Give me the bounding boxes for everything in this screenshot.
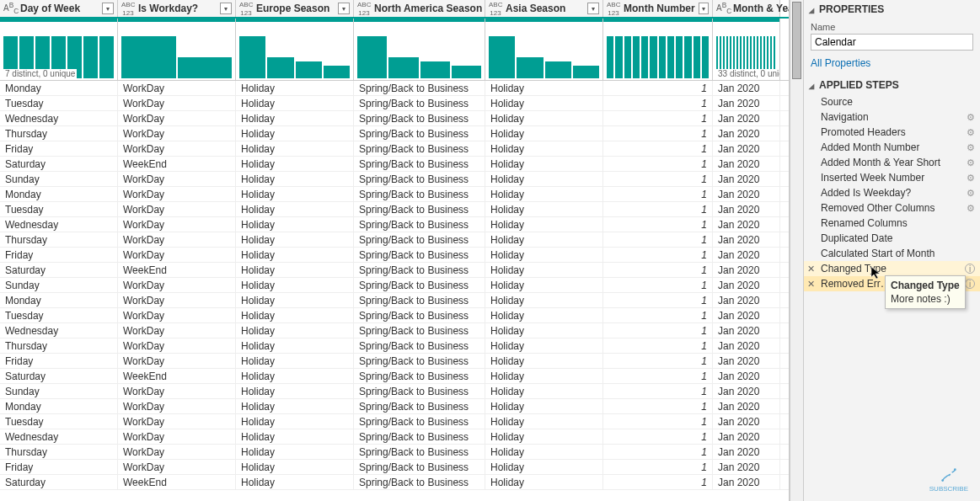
table-row[interactable]: FridayWorkDayHolidaySpring/Back to Busin… [0, 248, 789, 263]
table-row[interactable]: WednesdayWorkDayHolidaySpring/Back to Bu… [0, 217, 789, 232]
applied-step[interactable]: ✕Duplicated Date [804, 231, 980, 246]
column-header[interactable]: ABC123Asia Season▾ [485, 0, 603, 17]
table-row[interactable]: MondayWorkDayHolidaySpring/Back to Busin… [0, 293, 789, 308]
table-cell: WeekEnd [118, 263, 236, 277]
table-cell: Monday [0, 187, 118, 201]
table-row[interactable]: TuesdayWorkDayHolidaySpring/Back to Busi… [0, 202, 789, 217]
applied-step[interactable]: ✕Renamed Columns [804, 216, 980, 231]
column-distribution[interactable] [236, 22, 354, 80]
gear-icon[interactable]: ⚙ [967, 203, 975, 214]
table-cell: Spring/Back to Business [354, 126, 485, 141]
datatype-icon[interactable]: ABC [716, 2, 730, 15]
table-row[interactable]: WednesdayWorkDayHolidaySpring/Back to Bu… [0, 111, 789, 126]
table-cell: Holiday [236, 81, 354, 95]
table-row[interactable]: ThursdayWorkDayHolidaySpring/Back to Bus… [0, 232, 789, 248]
column-distribution[interactable] [603, 22, 713, 80]
column-distribution[interactable]: 33 distinct, 0 unique [713, 22, 780, 80]
table-row[interactable]: MondayWorkDayHolidaySpring/Back to Busin… [0, 81, 789, 96]
table-row[interactable]: ThursdayWorkDayHolidaySpring/Back to Bus… [0, 126, 789, 141]
column-name: Day of Week [20, 3, 99, 14]
table-row[interactable]: SaturdayWeekEndHolidaySpring/Back to Bus… [0, 475, 789, 490]
column-header[interactable]: ABC123Europe Season▾ [236, 0, 354, 17]
applied-step[interactable]: ✕Inserted Week Number⚙ [804, 170, 980, 185]
table-row[interactable]: SaturdayWeekEndHolidaySpring/Back to Bus… [0, 369, 789, 384]
table-row[interactable]: TuesdayWorkDayHolidaySpring/Back to Busi… [0, 414, 789, 429]
delete-step-icon[interactable]: ✕ [807, 279, 815, 290]
gear-icon[interactable]: ⚙ [967, 127, 975, 138]
applied-step[interactable]: ✕Promoted Headers⚙ [804, 125, 980, 140]
step-name: Added Month & Year Short [821, 157, 940, 168]
table-row[interactable]: MondayWorkDayHolidaySpring/Back to Busin… [0, 399, 789, 414]
table-row[interactable]: SundayWorkDayHolidaySpring/Back to Busin… [0, 278, 789, 293]
column-distribution[interactable] [354, 22, 485, 80]
vertical-scrollbar[interactable] [790, 0, 803, 501]
table-row[interactable]: ThursdayWorkDayHolidaySpring/Back to Bus… [0, 338, 789, 354]
table-cell: Holiday [236, 338, 354, 353]
table-row[interactable]: SundayWorkDayHolidaySpring/Back to Busin… [0, 384, 789, 399]
info-icon[interactable]: i [965, 264, 975, 274]
column-distribution[interactable]: 7 distinct, 0 unique [0, 22, 118, 80]
gear-icon[interactable]: ⚙ [967, 112, 975, 123]
applied-step[interactable]: ✕Added Is Weekday?⚙ [804, 185, 980, 200]
table-row[interactable]: FridayWorkDayHolidaySpring/Back to Busin… [0, 460, 789, 475]
filter-dropdown-icon[interactable]: ▾ [587, 3, 599, 14]
datatype-icon[interactable]: ABC123 [607, 0, 620, 17]
datatype-icon[interactable]: ABC123 [121, 0, 135, 17]
table-row[interactable]: FridayWorkDayHolidaySpring/Back to Busin… [0, 354, 789, 369]
delete-step-icon[interactable]: ✕ [807, 264, 815, 274]
table-row[interactable]: TuesdayWorkDayHolidaySpring/Back to Busi… [0, 308, 789, 323]
table-cell: 1 [603, 323, 713, 338]
all-properties-link[interactable]: All Properties [811, 57, 973, 69]
gear-icon[interactable]: ⚙ [967, 188, 975, 199]
datatype-icon[interactable]: ABC123 [357, 0, 371, 17]
name-input[interactable] [811, 34, 973, 51]
distinct-label: 33 distinct, 0 unique [716, 69, 780, 78]
table-row[interactable]: SundayWorkDayHolidaySpring/Back to Busin… [0, 172, 789, 187]
applied-step[interactable]: ✕Added Month Number⚙ [804, 140, 980, 155]
applied-steps-header[interactable]: APPLIED STEPS [804, 76, 980, 94]
data-rows[interactable]: MondayWorkDayHolidaySpring/Back to Busin… [0, 81, 789, 501]
table-cell: Holiday [485, 475, 603, 489]
table-cell: 1 [603, 338, 713, 353]
applied-step[interactable]: ✕Added Month & Year Short⚙ [804, 155, 980, 170]
table-row[interactable]: ThursdayWorkDayHolidaySpring/Back to Bus… [0, 445, 789, 460]
info-icon[interactable]: i [965, 279, 975, 289]
table-cell: Holiday [236, 141, 354, 156]
filter-dropdown-icon[interactable]: ▾ [699, 3, 709, 14]
column-distribution[interactable] [118, 22, 236, 80]
datatype-icon[interactable]: ABC123 [489, 0, 502, 17]
table-row[interactable]: WednesdayWorkDayHolidaySpring/Back to Bu… [0, 429, 789, 445]
applied-step[interactable]: ✕Navigation⚙ [804, 109, 980, 125]
gear-icon[interactable]: ⚙ [967, 142, 975, 153]
table-cell: Holiday [485, 263, 603, 277]
applied-step[interactable]: ✕Calculated Start of Month [804, 246, 980, 261]
datatype-icon[interactable]: ABC [3, 2, 17, 15]
column-header[interactable]: ABC123Is Workday?▾ [118, 0, 236, 17]
table-row[interactable]: TuesdayWorkDayHolidaySpring/Back to Busi… [0, 96, 789, 111]
table-cell: Holiday [236, 217, 354, 232]
applied-step[interactable]: ✕Source [804, 94, 980, 109]
datatype-icon[interactable]: ABC123 [239, 0, 253, 17]
properties-header[interactable]: PROPERTIES [804, 0, 980, 19]
table-cell: Spring/Back to Business [354, 445, 485, 459]
table-cell: Thursday [0, 338, 118, 353]
table-row[interactable]: WednesdayWorkDayHolidaySpring/Back to Bu… [0, 323, 789, 338]
column-header[interactable]: ABC123North America Season▾ [354, 0, 485, 17]
table-cell: Spring/Back to Business [354, 460, 485, 474]
column-header[interactable]: ABCMonth & Year▾ [713, 0, 780, 17]
column-header[interactable]: ABC123Month Number▾ [603, 0, 713, 17]
table-row[interactable]: SaturdayWeekEndHolidaySpring/Back to Bus… [0, 263, 789, 278]
column-distribution[interactable] [485, 22, 603, 80]
filter-dropdown-icon[interactable]: ▾ [338, 3, 350, 14]
filter-dropdown-icon[interactable]: ▾ [102, 3, 114, 14]
applied-step[interactable]: ✕Changed Typei [804, 261, 980, 276]
gear-icon[interactable]: ⚙ [967, 157, 975, 168]
table-row[interactable]: FridayWorkDayHolidaySpring/Back to Busin… [0, 141, 789, 157]
filter-dropdown-icon[interactable]: ▾ [220, 3, 232, 14]
table-row[interactable]: SaturdayWeekEndHolidaySpring/Back to Bus… [0, 157, 789, 172]
applied-step[interactable]: ✕Removed Other Columns⚙ [804, 200, 980, 216]
table-row[interactable]: MondayWorkDayHolidaySpring/Back to Busin… [0, 187, 789, 202]
table-cell: Holiday [236, 157, 354, 171]
gear-icon[interactable]: ⚙ [967, 173, 975, 184]
column-header[interactable]: ABCDay of Week▾ [0, 0, 118, 17]
